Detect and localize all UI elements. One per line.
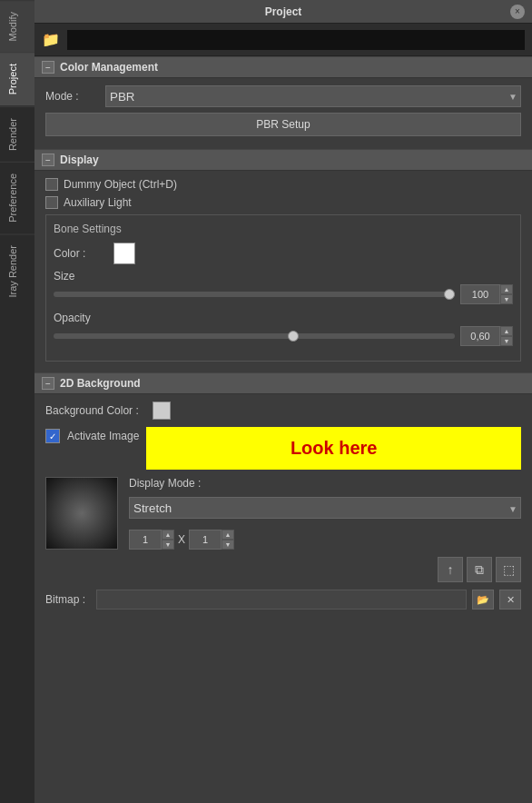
bone-opacity-spinner: ▲ ▼ xyxy=(460,326,513,346)
copy-icon-btn[interactable]: ⧉ xyxy=(467,557,492,582)
bone-color-label: Color : xyxy=(54,247,108,260)
header-row: 📁 xyxy=(34,24,532,56)
preview-thumbnail xyxy=(45,477,118,550)
activate-image-checkbox[interactable]: ✓ xyxy=(45,429,60,443)
upload-icon-btn[interactable]: ↑ xyxy=(438,557,463,582)
bg2d-section-header[interactable]: − 2D Background xyxy=(34,372,532,394)
bitmap-label: Bitmap : xyxy=(45,593,91,606)
bone-size-up[interactable]: ▲ xyxy=(500,284,513,294)
y-arrows: ▲ ▼ xyxy=(222,530,234,550)
bg2d-section-title: 2D Background xyxy=(60,377,141,390)
bone-size-spinner: ▲ ▼ xyxy=(460,284,513,304)
bg2d-collapse-btn[interactable]: − xyxy=(42,377,54,390)
bone-opacity-row: Opacity ▲ ▼ xyxy=(54,312,513,346)
look-here-banner: Look here xyxy=(146,427,521,470)
title-bar: Project × xyxy=(34,0,532,24)
activate-image-label: Activate Image xyxy=(67,430,139,442)
mode-dropdown[interactable]: PBR Linear sRGB xyxy=(105,85,521,107)
mode-row: Mode : PBR Linear sRGB ▼ xyxy=(45,85,521,107)
pbr-setup-button[interactable]: PBR Setup xyxy=(45,113,521,136)
display-section-header[interactable]: − Display xyxy=(34,149,532,171)
y-value-input[interactable] xyxy=(189,530,222,550)
x-arrows: ▲ ▼ xyxy=(162,530,174,550)
display-section-content: Dummy Object (Ctrl+D) Auxiliary Light Bo… xyxy=(34,171,532,372)
bone-settings-subsection: Bone Settings Color : Size ▲ xyxy=(45,214,521,362)
tab-project[interactable]: Project xyxy=(0,52,34,105)
bone-color-swatch[interactable] xyxy=(113,243,135,264)
preview-display-row: Display Mode : Stretch Fit Tile Center ▼ xyxy=(45,477,521,550)
window-title: Project xyxy=(265,5,302,18)
bone-opacity-arrows: ▲ ▼ xyxy=(500,326,513,346)
auxiliary-light-label: Auxiliary Light xyxy=(64,196,132,209)
bone-opacity-down[interactable]: ▼ xyxy=(500,336,513,346)
xy-inputs-row: ▲ ▼ X ▲ ▼ xyxy=(129,530,521,550)
bg-color-row: Background Color : xyxy=(45,402,521,420)
x-up[interactable]: ▲ xyxy=(162,530,174,540)
bitmap-row: Bitmap : 📂 ✕ xyxy=(45,590,521,610)
display-mode-dropdown[interactable]: Stretch Fit Tile Center xyxy=(129,497,521,519)
bone-opacity-slider[interactable] xyxy=(54,333,455,339)
project-path-display xyxy=(67,30,525,50)
auxiliary-light-checkbox[interactable] xyxy=(45,196,58,209)
left-tab-panel: Modify Project Render Preference Iray Re… xyxy=(0,0,34,803)
bone-opacity-up[interactable]: ▲ xyxy=(500,326,513,336)
icon-buttons-row: ↑ ⧉ ⬚ xyxy=(45,557,521,582)
display-section-title: Display xyxy=(60,154,99,166)
dummy-object-label: Dummy Object (Ctrl+D) xyxy=(64,178,177,191)
close-button[interactable]: × xyxy=(510,5,525,19)
bone-opacity-input[interactable] xyxy=(460,326,500,346)
display-mode-dropdown-wrapper: Stretch Fit Tile Center ▼ xyxy=(129,497,521,520)
display-mode-col: Display Mode : Stretch Fit Tile Center ▼ xyxy=(129,477,521,550)
x-separator: X xyxy=(178,533,185,546)
auxiliary-light-row: Auxiliary Light xyxy=(45,196,521,209)
folder-icon[interactable]: 📁 xyxy=(42,31,60,48)
activate-image-row: ✓ Activate Image xyxy=(45,429,139,443)
main-panel: Project × 📁 − Color Management Mode : PB… xyxy=(34,0,532,803)
bitmap-clear-btn[interactable]: ✕ xyxy=(499,590,521,610)
tab-iray-render[interactable]: Iray Render xyxy=(0,233,34,308)
color-management-section-header[interactable]: − Color Management xyxy=(34,56,532,78)
bone-color-row: Color : xyxy=(54,243,513,264)
bone-size-slider-row: ▲ ▼ xyxy=(54,284,513,304)
y-input-group: ▲ ▼ xyxy=(189,530,234,550)
bone-size-input[interactable] xyxy=(460,284,500,304)
color-management-title: Color Management xyxy=(60,61,158,74)
bone-size-row: Size ▲ ▼ xyxy=(54,270,513,304)
bone-opacity-label: Opacity xyxy=(54,312,513,324)
y-up[interactable]: ▲ xyxy=(222,530,234,540)
x-value-input[interactable] xyxy=(129,530,162,550)
dummy-object-row: Dummy Object (Ctrl+D) xyxy=(45,178,521,191)
mode-label: Mode : xyxy=(45,90,100,103)
bitmap-path-input[interactable] xyxy=(96,590,467,610)
color-management-content: Mode : PBR Linear sRGB ▼ PBR Setup xyxy=(34,78,532,149)
bg-color-label: Background Color : xyxy=(45,404,145,417)
paste-icon-btn[interactable]: ⬚ xyxy=(496,557,521,582)
mode-dropdown-wrapper: PBR Linear sRGB ▼ xyxy=(105,85,521,107)
x-down[interactable]: ▼ xyxy=(162,540,174,550)
tab-render[interactable]: Render xyxy=(0,106,34,162)
bg2d-section-content: Background Color : ✓ Activate Image Look… xyxy=(34,394,532,617)
bone-size-arrows: ▲ ▼ xyxy=(500,284,513,304)
bone-size-down[interactable]: ▼ xyxy=(500,294,513,304)
bone-size-slider[interactable] xyxy=(54,292,455,297)
tab-modify[interactable]: Modify xyxy=(0,0,34,52)
display-collapse-btn[interactable]: − xyxy=(42,154,54,166)
bg-color-swatch[interactable] xyxy=(153,402,171,420)
bone-size-label: Size xyxy=(54,270,513,283)
display-mode-label: Display Mode : xyxy=(129,477,521,490)
panel-body: − Color Management Mode : PBR Linear sRG… xyxy=(34,56,532,803)
tab-preference[interactable]: Preference xyxy=(0,162,34,233)
dummy-object-checkbox[interactable] xyxy=(45,178,58,191)
bitmap-open-btn[interactable]: 📂 xyxy=(472,590,494,610)
x-input-group: ▲ ▼ xyxy=(129,530,174,550)
bone-settings-title: Bone Settings xyxy=(54,223,513,235)
color-management-collapse-btn[interactable]: − xyxy=(42,61,54,74)
y-down[interactable]: ▼ xyxy=(222,540,234,550)
bone-opacity-slider-row: ▲ ▼ xyxy=(54,326,513,346)
